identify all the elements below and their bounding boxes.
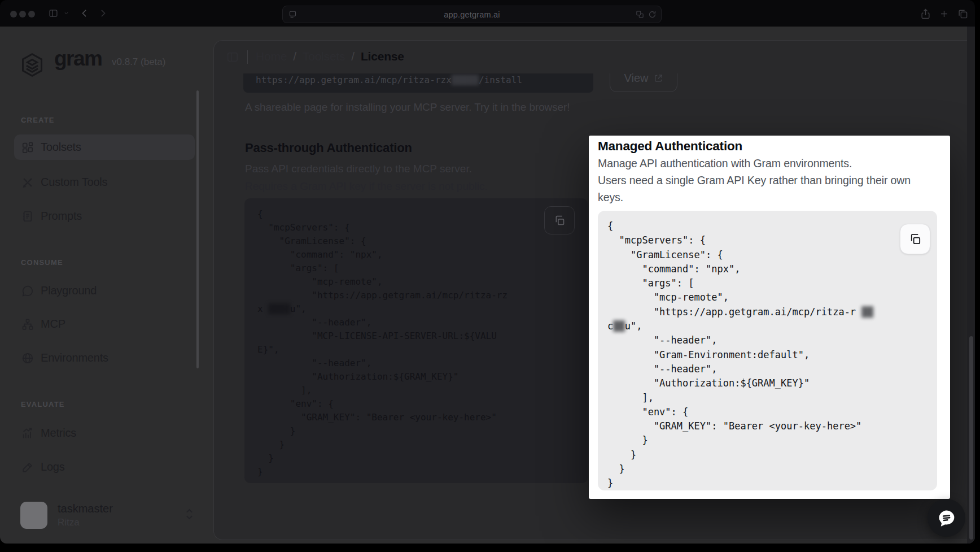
breadcrumb-toolsets[interactable]: Toolsets bbox=[303, 50, 345, 63]
passthrough-title: Pass-through Authentication bbox=[245, 141, 412, 155]
copy-icon bbox=[554, 215, 566, 227]
share-icon[interactable] bbox=[920, 8, 931, 19]
sidebar-section-evaluate: EVALUATE bbox=[21, 400, 65, 408]
passthrough-desc-1: Pass API credentials directly to the MCP… bbox=[245, 163, 472, 175]
external-link-icon bbox=[654, 73, 663, 83]
toolsets-icon bbox=[21, 141, 34, 154]
tab-overview-icon[interactable] bbox=[957, 8, 968, 19]
passthrough-desc-2: Requires a Gram API key if the server is… bbox=[245, 180, 488, 193]
sidebar-section-create: CREATE bbox=[21, 116, 55, 124]
zoom-window-button[interactable] bbox=[28, 11, 35, 18]
sidebar-section-consume: CONSUME bbox=[21, 258, 63, 267]
sidebar-item-mcp[interactable]: MCP bbox=[14, 311, 195, 337]
app-wordmark: gram bbox=[54, 47, 102, 71]
gram-logo-icon bbox=[20, 52, 45, 78]
sidebar-item-prompts[interactable]: Prompts bbox=[14, 203, 195, 229]
user-name: taskmaster bbox=[58, 502, 113, 515]
breadcrumb-separator: / bbox=[293, 50, 296, 63]
modal-desc-2: Users need a single Gram API Key rather … bbox=[598, 174, 911, 187]
view-button[interactable]: View bbox=[610, 73, 677, 92]
header-divider bbox=[247, 50, 248, 64]
metrics-chart-icon bbox=[21, 427, 34, 440]
modal-desc-3: keys. bbox=[598, 191, 623, 204]
sidebar-item-logs[interactable]: Logs bbox=[14, 454, 195, 480]
forward-button[interactable] bbox=[98, 8, 108, 18]
breadcrumb: Home / Toolsets / License bbox=[256, 50, 404, 63]
chevron-down-icon[interactable] bbox=[63, 11, 69, 16]
breadcrumb-separator: / bbox=[351, 50, 355, 63]
sidebar-item-metrics[interactable]: Metrics bbox=[14, 420, 195, 446]
url-text: app.getgram.ai bbox=[444, 10, 500, 19]
sidebar-item-environments[interactable]: Environments bbox=[14, 345, 195, 371]
sidebar-item-playground[interactable]: Playground bbox=[14, 278, 195, 303]
share-caption: A shareable page for installing your MCP… bbox=[245, 101, 570, 114]
sidebar-scrollbar[interactable] bbox=[196, 90, 199, 368]
install-url-text: https://app.getgram.ai/mcp/ritza-rzx████… bbox=[256, 73, 593, 92]
chat-bubble-icon bbox=[935, 507, 958, 529]
panel-toggle-icon[interactable] bbox=[226, 51, 239, 63]
copy-button[interactable] bbox=[900, 224, 930, 254]
sidebar-toggle-icon[interactable] bbox=[48, 8, 59, 18]
sidebar-item-toolsets[interactable]: Toolsets bbox=[14, 134, 195, 160]
browser-toolbar: app.getgram.ai bbox=[0, 0, 975, 27]
passthrough-code-block: { "mcpServers": { "GramLicense": { "comm… bbox=[244, 198, 588, 483]
passthrough-code: { "mcpServers": { "GramLicense": { "comm… bbox=[257, 207, 585, 481]
globe-icon bbox=[21, 352, 34, 364]
close-window-button[interactable] bbox=[10, 11, 17, 18]
managed-auth-code-block: { "mcpServers": { "GramLicense": { "comm… bbox=[598, 211, 937, 490]
reload-icon[interactable] bbox=[648, 10, 657, 19]
managed-auth-modal: Managed Authentication Manage API authen… bbox=[589, 136, 950, 499]
address-bar[interactable]: app.getgram.ai bbox=[282, 6, 662, 23]
copy-icon bbox=[909, 233, 922, 246]
user-org: Ritza bbox=[58, 517, 80, 528]
app-page: gram v0.8.7 (beta) CREATE Toolsets Custo… bbox=[0, 27, 975, 544]
minimize-window-button[interactable] bbox=[19, 11, 26, 18]
chat-bubble-icon bbox=[21, 285, 34, 297]
install-url-field[interactable]: https://app.getgram.ai/mcp/ritza-rzx████… bbox=[243, 73, 593, 93]
browser-window: app.getgram.ai gram v0.8.7 (beta) CREATE bbox=[0, 0, 975, 544]
sidebar-item-custom-tools[interactable]: Custom Tools bbox=[14, 169, 195, 195]
app-version: v0.8.7 (beta) bbox=[112, 56, 165, 68]
reader-page-icon bbox=[288, 10, 297, 19]
translate-icon[interactable] bbox=[636, 10, 644, 19]
pencil-icon bbox=[21, 461, 34, 473]
copy-button[interactable] bbox=[544, 206, 575, 234]
custom-tools-icon bbox=[21, 176, 34, 189]
breadcrumb-home[interactable]: Home bbox=[256, 50, 287, 63]
network-nodes-icon bbox=[21, 318, 34, 331]
modal-title: Managed Authentication bbox=[598, 139, 742, 154]
chevrons-up-down-icon[interactable] bbox=[184, 507, 195, 521]
chat-widget-button[interactable] bbox=[928, 499, 965, 537]
back-button[interactable] bbox=[80, 8, 90, 18]
modal-desc-1: Manage API authentication with Gram envi… bbox=[598, 157, 852, 170]
breadcrumb-current: License bbox=[361, 50, 404, 63]
managed-auth-code: { "mcpServers": { "GramLicense": { "comm… bbox=[607, 219, 935, 488]
new-tab-icon[interactable] bbox=[939, 8, 950, 19]
page-scrollbar-thumb[interactable] bbox=[969, 336, 973, 540]
page-header: Home / Toolsets / License bbox=[214, 41, 975, 73]
avatar[interactable] bbox=[20, 502, 47, 529]
prompts-icon bbox=[21, 210, 34, 223]
